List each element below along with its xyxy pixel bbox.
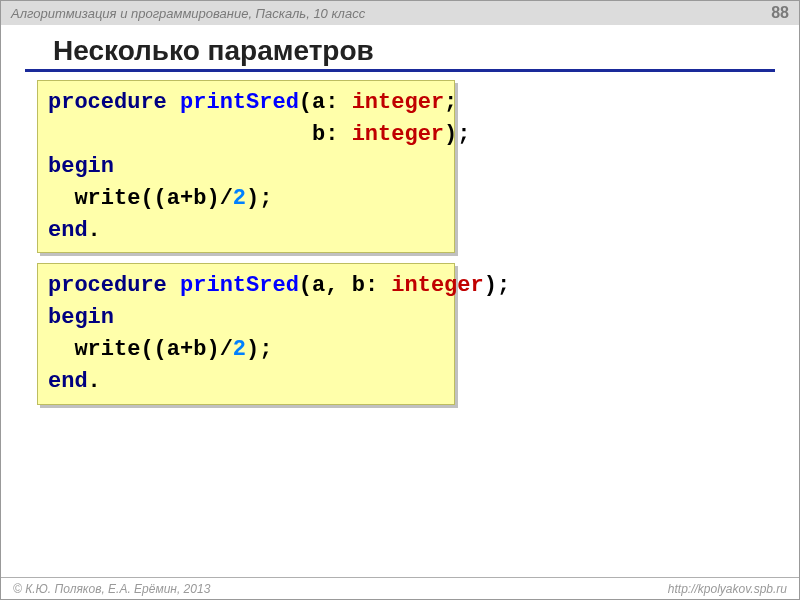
text: write((a+b)/ bbox=[74, 186, 232, 211]
number: 2 bbox=[233, 337, 246, 362]
footer: © К.Ю. Поляков, Е.А. Ерёмин, 2013 http:/… bbox=[1, 577, 799, 599]
keyword: end bbox=[48, 218, 88, 243]
text bbox=[48, 122, 312, 147]
text: ); bbox=[246, 186, 272, 211]
text bbox=[167, 90, 180, 115]
text: write((a+b)/ bbox=[74, 337, 232, 362]
keyword: procedure bbox=[48, 90, 167, 115]
text: ( bbox=[299, 273, 312, 298]
keyword: begin bbox=[48, 305, 114, 330]
course-label: Алгоритмизация и программирование, Паска… bbox=[11, 6, 365, 21]
keyword: begin bbox=[48, 154, 114, 179]
keyword: procedure bbox=[48, 273, 167, 298]
text: ); bbox=[484, 273, 510, 298]
text: : bbox=[325, 122, 351, 147]
text: ( bbox=[299, 90, 312, 115]
keyword: end bbox=[48, 369, 88, 394]
text: . bbox=[88, 218, 101, 243]
text: . bbox=[88, 369, 101, 394]
text: b bbox=[352, 273, 365, 298]
text: ); bbox=[246, 337, 272, 362]
code-block-1: procedure printSred(a: integer; b: integ… bbox=[37, 80, 455, 253]
text: ; bbox=[444, 90, 457, 115]
top-bar: Алгоритмизация и программирование, Паска… bbox=[1, 1, 799, 25]
text: : bbox=[325, 90, 351, 115]
footer-url: http://kpolyakov.spb.ru bbox=[668, 582, 787, 596]
text: : bbox=[365, 273, 391, 298]
type: integer bbox=[352, 90, 444, 115]
type: integer bbox=[352, 122, 444, 147]
copyright: © К.Ю. Поляков, Е.А. Ерёмин, 2013 bbox=[13, 582, 210, 596]
text: , bbox=[325, 273, 351, 298]
text bbox=[48, 186, 74, 211]
text: a bbox=[312, 273, 325, 298]
code-block-2: procedure printSred(a, b: integer); begi… bbox=[37, 263, 455, 405]
text: ); bbox=[444, 122, 470, 147]
text: b bbox=[312, 122, 325, 147]
page-title: Несколько параметров bbox=[25, 25, 775, 72]
identifier: printSred bbox=[180, 90, 299, 115]
text bbox=[167, 273, 180, 298]
page-number: 88 bbox=[771, 4, 789, 22]
identifier: printSred bbox=[180, 273, 299, 298]
slide: Алгоритмизация и программирование, Паска… bbox=[0, 0, 800, 600]
type: integer bbox=[391, 273, 483, 298]
number: 2 bbox=[233, 186, 246, 211]
text bbox=[48, 337, 74, 362]
text: a bbox=[312, 90, 325, 115]
